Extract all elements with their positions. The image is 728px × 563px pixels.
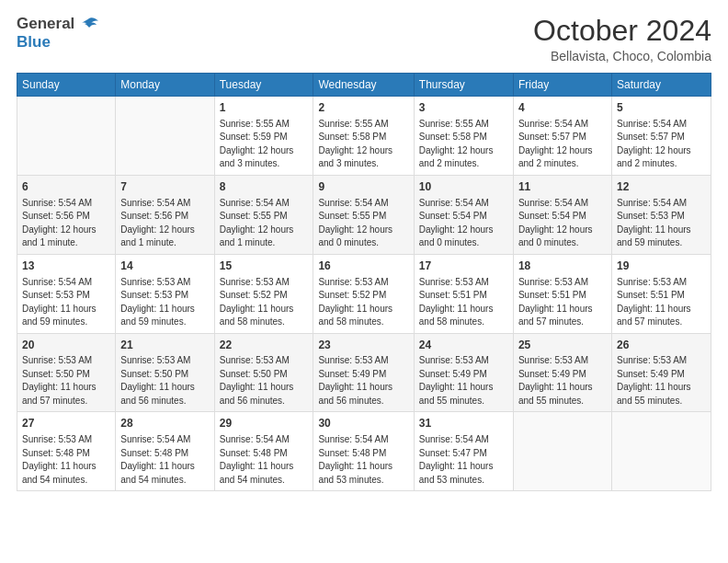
day-number: 27 (22, 416, 110, 431)
day-number: 12 (617, 179, 706, 195)
calendar-cell: 14Sunrise: 5:53 AM Sunset: 5:53 PM Dayli… (116, 254, 214, 333)
calendar-cell: 28Sunrise: 5:54 AM Sunset: 5:48 PM Dayli… (116, 412, 214, 491)
day-info: Sunrise: 5:54 AM Sunset: 5:57 PM Dayligh… (617, 118, 706, 171)
header-friday: Friday (513, 74, 611, 97)
calendar-cell (513, 412, 611, 491)
day-number: 29 (220, 416, 309, 431)
day-number: 31 (419, 416, 508, 431)
day-number: 19 (617, 259, 706, 274)
calendar-week-5: 27Sunrise: 5:53 AM Sunset: 5:48 PM Dayli… (17, 412, 711, 491)
day-info: Sunrise: 5:54 AM Sunset: 5:47 PM Dayligh… (419, 433, 508, 487)
calendar-week-3: 13Sunrise: 5:54 AM Sunset: 5:53 PM Dayli… (17, 254, 711, 333)
day-info: Sunrise: 5:53 AM Sunset: 5:51 PM Dayligh… (518, 276, 607, 329)
day-number: 22 (220, 338, 309, 353)
calendar-cell: 11Sunrise: 5:54 AM Sunset: 5:54 PM Dayli… (513, 175, 611, 254)
day-info: Sunrise: 5:53 AM Sunset: 5:51 PM Dayligh… (419, 276, 508, 329)
day-info: Sunrise: 5:53 AM Sunset: 5:50 PM Dayligh… (22, 354, 110, 408)
day-number: 17 (419, 259, 508, 274)
day-number: 24 (419, 338, 508, 353)
day-info: Sunrise: 5:54 AM Sunset: 5:53 PM Dayligh… (617, 197, 706, 250)
day-number: 16 (318, 259, 408, 274)
day-info: Sunrise: 5:53 AM Sunset: 5:51 PM Dayligh… (617, 276, 706, 329)
day-number: 4 (518, 100, 607, 116)
header-thursday: Thursday (414, 74, 513, 97)
header-monday: Monday (116, 74, 214, 97)
logo-general: General (17, 15, 98, 33)
day-info: Sunrise: 5:54 AM Sunset: 5:55 PM Dayligh… (318, 197, 408, 250)
day-number: 13 (22, 259, 110, 274)
calendar-cell: 6Sunrise: 5:54 AM Sunset: 5:56 PM Daylig… (17, 175, 116, 254)
calendar-cell: 12Sunrise: 5:54 AM Sunset: 5:53 PM Dayli… (612, 175, 711, 254)
day-info: Sunrise: 5:54 AM Sunset: 5:53 PM Dayligh… (22, 276, 110, 329)
day-number: 5 (617, 100, 706, 116)
calendar-cell: 13Sunrise: 5:54 AM Sunset: 5:53 PM Dayli… (17, 254, 116, 333)
day-info: Sunrise: 5:54 AM Sunset: 5:56 PM Dayligh… (22, 197, 110, 250)
calendar-table: Sunday Monday Tuesday Wednesday Thursday… (17, 73, 711, 491)
calendar-cell: 29Sunrise: 5:54 AM Sunset: 5:48 PM Dayli… (214, 412, 313, 491)
day-info: Sunrise: 5:53 AM Sunset: 5:48 PM Dayligh… (22, 433, 110, 487)
day-number: 1 (220, 100, 309, 116)
day-info: Sunrise: 5:54 AM Sunset: 5:48 PM Dayligh… (220, 433, 309, 487)
day-number: 28 (120, 416, 209, 431)
calendar-cell: 18Sunrise: 5:53 AM Sunset: 5:51 PM Dayli… (513, 254, 611, 333)
subtitle: Bellavista, Choco, Colombia (533, 49, 711, 63)
day-info: Sunrise: 5:54 AM Sunset: 5:56 PM Dayligh… (120, 197, 209, 250)
calendar-cell: 30Sunrise: 5:54 AM Sunset: 5:48 PM Dayli… (313, 412, 414, 491)
day-number: 21 (120, 338, 209, 353)
day-number: 23 (318, 338, 408, 353)
calendar-header-row: Sunday Monday Tuesday Wednesday Thursday… (17, 74, 711, 97)
header-sunday: Sunday (17, 74, 116, 97)
day-info: Sunrise: 5:55 AM Sunset: 5:58 PM Dayligh… (419, 118, 508, 171)
calendar-cell: 10Sunrise: 5:54 AM Sunset: 5:54 PM Dayli… (414, 175, 513, 254)
page: General Blue October 2024 Bellavista, Ch… (0, 0, 728, 563)
calendar-cell (612, 412, 711, 491)
calendar-week-2: 6Sunrise: 5:54 AM Sunset: 5:56 PM Daylig… (17, 175, 711, 254)
calendar-cell: 15Sunrise: 5:53 AM Sunset: 5:52 PM Dayli… (214, 254, 313, 333)
day-info: Sunrise: 5:54 AM Sunset: 5:55 PM Dayligh… (220, 197, 309, 250)
calendar-cell: 4Sunrise: 5:54 AM Sunset: 5:57 PM Daylig… (513, 97, 611, 176)
day-number: 7 (120, 179, 209, 195)
day-number: 14 (120, 259, 209, 274)
day-number: 6 (22, 179, 110, 195)
day-number: 3 (419, 100, 508, 116)
day-info: Sunrise: 5:54 AM Sunset: 5:57 PM Dayligh… (518, 118, 607, 171)
calendar-week-1: 1Sunrise: 5:55 AM Sunset: 5:59 PM Daylig… (17, 97, 711, 176)
calendar-cell (116, 97, 214, 176)
day-info: Sunrise: 5:54 AM Sunset: 5:54 PM Dayligh… (419, 197, 508, 250)
calendar-cell: 3Sunrise: 5:55 AM Sunset: 5:58 PM Daylig… (414, 97, 513, 176)
calendar-cell: 25Sunrise: 5:53 AM Sunset: 5:49 PM Dayli… (513, 333, 611, 412)
day-info: Sunrise: 5:55 AM Sunset: 5:58 PM Dayligh… (318, 118, 408, 171)
day-info: Sunrise: 5:54 AM Sunset: 5:48 PM Dayligh… (120, 433, 209, 487)
logo-blue: Blue (17, 33, 98, 52)
header: General Blue October 2024 Bellavista, Ch… (17, 15, 711, 63)
day-info: Sunrise: 5:53 AM Sunset: 5:49 PM Dayligh… (518, 354, 607, 408)
day-number: 20 (22, 338, 110, 353)
calendar-cell: 16Sunrise: 5:53 AM Sunset: 5:52 PM Dayli… (313, 254, 414, 333)
day-info: Sunrise: 5:53 AM Sunset: 5:49 PM Dayligh… (419, 354, 508, 408)
header-tuesday: Tuesday (214, 74, 313, 97)
calendar-cell: 26Sunrise: 5:53 AM Sunset: 5:49 PM Dayli… (612, 333, 711, 412)
logo-bird-icon (80, 17, 98, 33)
day-number: 15 (220, 259, 309, 274)
calendar-cell: 5Sunrise: 5:54 AM Sunset: 5:57 PM Daylig… (612, 97, 711, 176)
calendar-cell: 22Sunrise: 5:53 AM Sunset: 5:50 PM Dayli… (214, 333, 313, 412)
logo: General Blue (17, 15, 98, 51)
header-saturday: Saturday (612, 74, 711, 97)
day-info: Sunrise: 5:53 AM Sunset: 5:49 PM Dayligh… (318, 354, 408, 408)
day-number: 11 (518, 179, 607, 195)
calendar-cell: 31Sunrise: 5:54 AM Sunset: 5:47 PM Dayli… (414, 412, 513, 491)
day-info: Sunrise: 5:53 AM Sunset: 5:52 PM Dayligh… (220, 276, 309, 329)
calendar-cell: 21Sunrise: 5:53 AM Sunset: 5:50 PM Dayli… (116, 333, 214, 412)
calendar-week-4: 20Sunrise: 5:53 AM Sunset: 5:50 PM Dayli… (17, 333, 711, 412)
day-number: 25 (518, 338, 607, 353)
header-wednesday: Wednesday (313, 74, 414, 97)
calendar-cell: 24Sunrise: 5:53 AM Sunset: 5:49 PM Dayli… (414, 333, 513, 412)
title-block: October 2024 Bellavista, Choco, Colombia (533, 15, 711, 63)
day-info: Sunrise: 5:53 AM Sunset: 5:53 PM Dayligh… (120, 276, 209, 329)
day-number: 26 (617, 338, 706, 353)
day-info: Sunrise: 5:53 AM Sunset: 5:52 PM Dayligh… (318, 276, 408, 329)
day-number: 10 (419, 179, 508, 195)
day-info: Sunrise: 5:53 AM Sunset: 5:50 PM Dayligh… (120, 354, 209, 408)
day-number: 8 (220, 179, 309, 195)
calendar-cell: 9Sunrise: 5:54 AM Sunset: 5:55 PM Daylig… (313, 175, 414, 254)
